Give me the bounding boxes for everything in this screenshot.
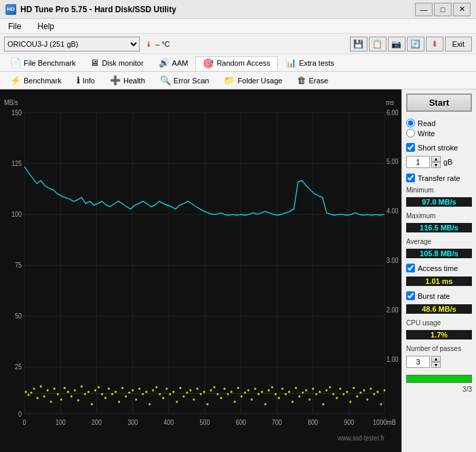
aam-icon: 🔊 (159, 58, 170, 68)
passes-arrows: ▲ ▼ (431, 356, 441, 368)
short-stroke-down[interactable]: ▼ (431, 162, 441, 168)
svg-point-99 (207, 403, 209, 405)
close-button[interactable]: ✕ (453, 3, 471, 16)
exit-button[interactable]: Exit (445, 37, 472, 52)
svg-point-59 (71, 395, 73, 397)
svg-point-113 (254, 388, 256, 390)
svg-text:1.00: 1.00 (386, 355, 399, 363)
svg-text:800: 800 (308, 419, 318, 427)
read-radio[interactable] (406, 119, 415, 127)
toolbar-icon-3[interactable]: 📷 (388, 37, 405, 52)
svg-point-118 (271, 386, 273, 388)
svg-text:75: 75 (15, 261, 22, 269)
tab-disk-monitor-label: Disk monitor (102, 59, 143, 67)
svg-text:25: 25 (15, 363, 22, 371)
passes-input[interactable] (406, 356, 430, 368)
maximum-label: Maximum (406, 212, 472, 220)
short-stroke-input[interactable] (406, 156, 430, 168)
menu-file[interactable]: File (3, 20, 26, 33)
svg-point-70 (108, 388, 110, 390)
svg-point-123 (288, 391, 290, 393)
minimize-button[interactable]: — (415, 3, 433, 16)
transfer-rate-checkbox-group: Transfer rate (406, 173, 472, 182)
svg-point-69 (104, 397, 106, 399)
svg-text:500: 500 (199, 419, 210, 427)
access-time-checkbox[interactable] (406, 264, 415, 272)
toolbar-icon-1[interactable]: 💾 (350, 37, 368, 52)
tab-aam[interactable]: 🔊 AAM (151, 56, 196, 70)
burst-rate-checkbox-group: Burst rate (406, 291, 472, 300)
svg-point-67 (98, 386, 100, 388)
health-icon: ➕ (110, 75, 121, 85)
tab-extra-tests[interactable]: 📊 Extra tests (278, 56, 342, 70)
svg-point-50 (40, 386, 42, 388)
svg-point-120 (278, 397, 280, 399)
start-button[interactable]: Start (406, 94, 472, 112)
svg-point-106 (231, 391, 233, 393)
passes-up[interactable]: ▲ (431, 356, 441, 362)
svg-text:www.ssd-tester.fr: www.ssd-tester.fr (337, 434, 384, 442)
burst-rate-label: Burst rate (418, 292, 450, 300)
svg-point-79 (138, 388, 140, 390)
svg-point-45 (25, 391, 27, 393)
tab-random-access[interactable]: 🎯 Random Access (195, 56, 277, 70)
tab-health[interactable]: ➕ Health (102, 73, 153, 87)
svg-point-147 (370, 388, 372, 390)
tab-info[interactable]: ℹ Info (69, 73, 102, 87)
svg-point-146 (366, 398, 368, 400)
short-stroke-up[interactable]: ▲ (431, 156, 441, 162)
random-access-icon: 🎯 (203, 58, 214, 68)
drive-select[interactable]: ORICOU3-J (251 gB) (4, 37, 140, 52)
short-stroke-spinner: ▲ ▼ gB (406, 156, 472, 168)
toolbar-icon-5[interactable]: ⬇ (426, 37, 443, 52)
svg-point-150 (380, 403, 382, 405)
svg-point-108 (237, 387, 239, 389)
svg-point-130 (312, 388, 314, 390)
svg-point-98 (203, 391, 205, 393)
temp-display: 🌡 – °C (145, 40, 170, 48)
svg-point-82 (148, 403, 151, 405)
svg-point-91 (179, 387, 181, 389)
title-bar-controls[interactable]: — □ ✕ (415, 3, 471, 16)
tab-error-scan[interactable]: 🔍 Error Scan (153, 73, 217, 87)
svg-point-51 (43, 395, 45, 397)
read-write-group: Read Write (406, 119, 472, 138)
svg-point-89 (172, 391, 174, 393)
svg-point-96 (196, 388, 198, 390)
tab-benchmark[interactable]: ⚡ Benchmark (3, 73, 69, 87)
tab-folder-usage[interactable]: 📁 Folder Usage (216, 73, 290, 87)
svg-point-138 (339, 388, 341, 390)
svg-point-121 (281, 388, 283, 390)
svg-text:0: 0 (18, 410, 22, 418)
tab-disk-monitor[interactable]: 🖥 Disk monitor (83, 56, 151, 70)
svg-point-74 (121, 387, 123, 389)
maximize-button[interactable]: □ (434, 3, 452, 16)
transfer-rate-checkbox[interactable] (406, 173, 415, 182)
average-value: 105.8 MB/s (406, 249, 472, 258)
short-stroke-checkbox-group: Short stroke (406, 143, 472, 152)
write-radio[interactable] (406, 129, 415, 138)
minimum-label: Minimum (406, 186, 472, 194)
svg-text:100: 100 (56, 419, 66, 427)
svg-text:0: 0 (23, 419, 26, 427)
svg-point-95 (193, 398, 195, 400)
svg-text:50: 50 (15, 312, 22, 321)
passes-down[interactable]: ▼ (431, 362, 441, 368)
cpu-usage-label: CPU usage (406, 319, 472, 327)
short-stroke-checkbox[interactable] (406, 143, 415, 152)
read-radio-label[interactable]: Read (406, 119, 472, 127)
write-radio-label[interactable]: Write (406, 129, 472, 138)
burst-rate-checkbox[interactable] (406, 291, 415, 300)
svg-point-94 (189, 389, 191, 391)
tab-erase[interactable]: 🗑 Erase (290, 73, 336, 87)
toolbar-icon-2[interactable]: 📋 (369, 37, 386, 52)
write-label: Write (418, 129, 435, 138)
toolbar-icon-4[interactable]: 🔄 (407, 37, 424, 52)
menu-help[interactable]: Help (32, 20, 60, 33)
svg-text:5.00: 5.00 (386, 158, 399, 166)
tab-erase-label: Erase (309, 77, 328, 85)
svg-point-101 (214, 386, 216, 388)
passes-label: Number of passes (406, 345, 472, 352)
transfer-rate-label: Transfer rate (418, 174, 460, 182)
tab-file-benchmark[interactable]: 📄 File Benchmark (3, 56, 83, 70)
